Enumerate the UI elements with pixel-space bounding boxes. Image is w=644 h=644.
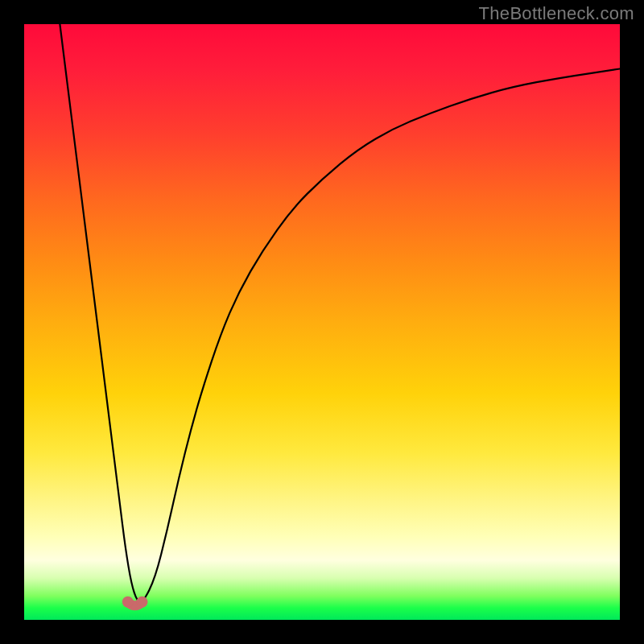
chart-frame: TheBottleneck.com [0,0,644,644]
valley-left-dot [122,597,134,608]
valley-right-dot [137,597,148,608]
plot-area [24,24,620,620]
watermark-text: TheBottleneck.com [479,3,634,24]
curve-layer [24,24,620,620]
bottleneck-curve [60,24,620,602]
